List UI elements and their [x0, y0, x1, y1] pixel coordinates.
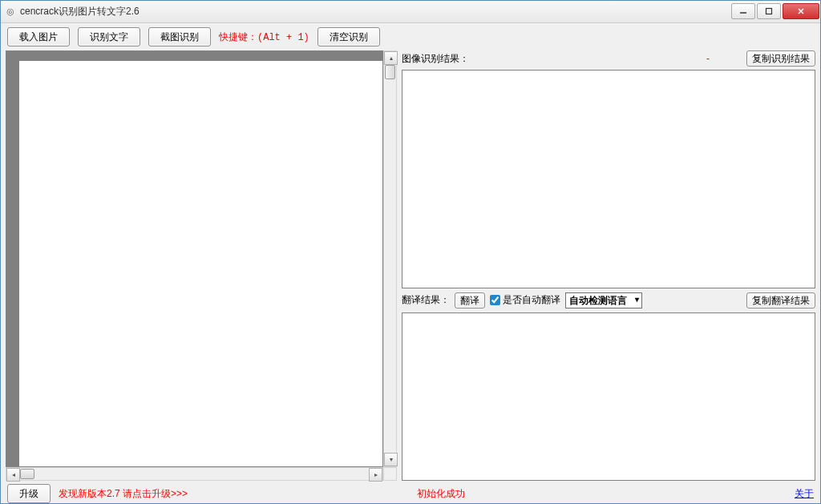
app-icon: ◎ [4, 6, 17, 18]
window-controls [730, 3, 820, 21]
close-icon [797, 7, 805, 15]
close-button[interactable] [783, 3, 819, 19]
language-dropdown-value: 自动检测语言 [569, 295, 627, 306]
minimize-button[interactable] [731, 3, 755, 19]
recognition-result-textbox[interactable] [402, 70, 815, 288]
about-link[interactable]: 关于 [795, 487, 814, 501]
image-vertical-scrollbar[interactable]: ▴ ▾ [383, 50, 397, 467]
translation-header: 翻译结果： 翻译 是否自动翻译 自动检测语言 复制翻译结果 [402, 292, 815, 309]
init-status: 初始化成功 [417, 487, 465, 501]
minimize-icon [739, 7, 747, 15]
recognition-result-label: 图像识别结果： [402, 52, 469, 66]
upgrade-button[interactable]: 升级 [7, 484, 51, 503]
auto-translate-label: 是否自动翻译 [503, 293, 560, 307]
scroll-left-icon[interactable]: ◂ [6, 468, 20, 482]
copy-recognition-button[interactable]: 复制识别结果 [746, 50, 815, 67]
translation-result-label: 翻译结果： [402, 293, 450, 307]
maximize-icon [765, 7, 773, 15]
content-area: ▴ ▾ ◂ ▸ 图像识别结果： - 复制识别结果 [1, 50, 820, 484]
image-horizontal-scrollbar[interactable]: ◂ ▸ [6, 467, 383, 481]
right-panel: 图像识别结果： - 复制识别结果 翻译结果： 翻译 是否自动翻译 自动检测语言 [398, 50, 815, 481]
window-title: cencrack识别图片转文字2.6 [20, 5, 730, 18]
scroll-thumb[interactable] [20, 469, 34, 479]
screenshot-recognize-button[interactable]: 截图识别 [148, 27, 211, 46]
toolbar: 载入图片 识别文字 截图识别 快捷键：(Alt + 1) 清空识别 [1, 23, 820, 50]
svg-rect-1 [766, 8, 772, 14]
scroll-up-icon[interactable]: ▴ [384, 51, 398, 65]
statusbar: 升级 发现新版本2.7 请点击升级>>> 初始化成功 关于 [1, 484, 820, 503]
titlebar[interactable]: ◎ cencrack识别图片转文字2.6 [1, 1, 820, 23]
main-window: ◎ cencrack识别图片转文字2.6 载入图片 识别文字 截图识别 快捷键：… [0, 0, 821, 504]
scroll-right-icon[interactable]: ▸ [369, 468, 382, 482]
scroll-corner [383, 467, 397, 481]
scroll-down-icon[interactable]: ▾ [384, 453, 398, 466]
copy-translation-button[interactable]: 复制翻译结果 [746, 292, 815, 308]
load-image-button[interactable]: 载入图片 [7, 27, 70, 46]
translation-result-textbox[interactable] [402, 312, 815, 481]
image-canvas [19, 61, 382, 466]
new-version-notice: 发现新版本2.7 请点击升级>>> [59, 487, 188, 501]
clear-recognize-button[interactable]: 清空识别 [317, 27, 380, 46]
recognition-header: 图像识别结果： - 复制识别结果 [402, 50, 815, 67]
maximize-button[interactable] [757, 3, 781, 19]
image-display-area[interactable] [6, 50, 383, 467]
language-dropdown[interactable]: 自动检测语言 [565, 292, 642, 308]
left-panel: ▴ ▾ ◂ ▸ [6, 50, 397, 481]
scroll-thumb[interactable] [385, 65, 395, 79]
translate-button[interactable]: 翻译 [455, 292, 485, 308]
recognize-text-button[interactable]: 识别文字 [78, 27, 140, 46]
status-dash: - [706, 53, 710, 64]
auto-translate-checkbox[interactable] [490, 295, 500, 305]
auto-translate-checkbox-container[interactable]: 是否自动翻译 [490, 293, 560, 307]
shortcut-label: 快捷键：(Alt + 1) [219, 30, 309, 44]
